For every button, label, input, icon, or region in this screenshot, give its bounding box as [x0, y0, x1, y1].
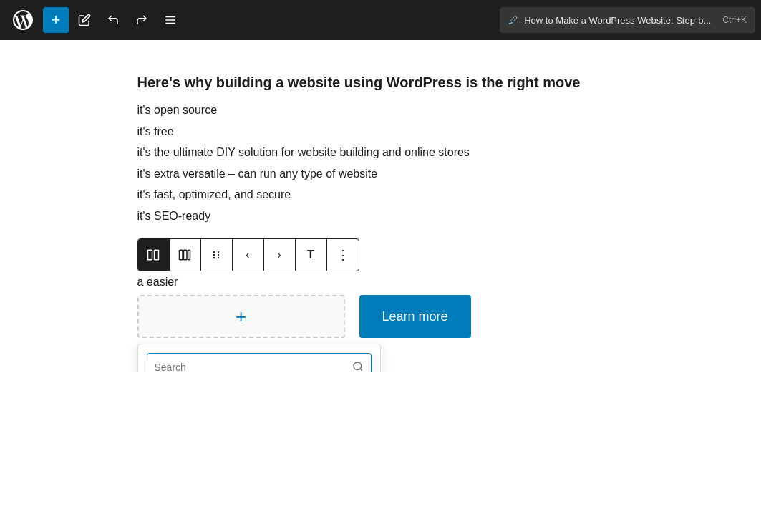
- svg-point-14: [354, 362, 362, 370]
- pencil-icon: [78, 14, 91, 26]
- list-item: it's SEO-ready: [137, 205, 624, 227]
- redo-icon: [135, 14, 148, 26]
- drag-handle[interactable]: [201, 239, 233, 271]
- svg-point-8: [213, 251, 215, 252]
- redo-button[interactable]: [129, 7, 155, 33]
- svg-rect-6: [184, 250, 188, 260]
- search-input[interactable]: [155, 362, 352, 372]
- list-view-button[interactable]: [157, 7, 183, 33]
- svg-rect-7: [188, 250, 190, 260]
- wp-logo: [6, 0, 40, 40]
- block-inserter-popup: ParagraphHeadingColumnsImageListButtons …: [137, 344, 381, 372]
- columns-row: + Learn more: [137, 295, 624, 338]
- partial-text: a easier: [137, 271, 624, 293]
- columns-icon: [147, 248, 160, 261]
- move-left-button[interactable]: ‹: [233, 239, 264, 271]
- text-icon: T: [307, 248, 314, 261]
- editor-area: Here's why building a website using Word…: [94, 40, 667, 372]
- inner-columns-button[interactable]: [170, 239, 201, 271]
- address-bar-text: How to Make a WordPress Website: Step-b.…: [524, 15, 711, 26]
- undo-button[interactable]: [100, 7, 126, 33]
- list-view-icon: [164, 14, 177, 26]
- content-list: it's open sourceit's freeit's the ultima…: [137, 100, 624, 227]
- list-item: it's open source: [137, 100, 624, 121]
- add-block-button[interactable]: +: [137, 295, 345, 338]
- content-heading: Here's why building a website using Word…: [137, 74, 624, 91]
- undo-icon: [107, 14, 120, 26]
- svg-point-12: [213, 256, 215, 258]
- svg-point-10: [213, 253, 215, 255]
- address-bar-shortcut: Ctrl+K: [722, 15, 747, 25]
- more-options-icon: ⋮: [336, 247, 349, 263]
- svg-point-13: [218, 256, 219, 258]
- more-options-button[interactable]: ⋮: [327, 239, 359, 271]
- add-block-toolbar-button[interactable]: +: [43, 7, 69, 33]
- address-bar-icon: 🖊: [508, 14, 518, 26]
- address-bar[interactable]: 🖊 How to Make a WordPress Website: Step-…: [500, 7, 755, 33]
- list-item: it's fast, optimized, and secure: [137, 184, 624, 205]
- move-right-button[interactable]: ›: [264, 239, 296, 271]
- search-icon: [352, 361, 364, 373]
- learn-more-button[interactable]: Learn more: [359, 295, 471, 338]
- wordpress-logo-icon: [13, 10, 33, 30]
- list-item: it's the ultimate DIY solution for websi…: [137, 142, 624, 163]
- search-input-wrap[interactable]: [147, 353, 372, 372]
- toolbar-and-content: ‹ › T ⋮ a easier + Learn more: [137, 238, 624, 339]
- list-item: it's extra versatile – can run any type …: [137, 163, 624, 185]
- text-transform-button[interactable]: T: [296, 239, 327, 271]
- svg-rect-5: [180, 250, 183, 260]
- svg-point-9: [218, 251, 219, 252]
- svg-line-15: [360, 369, 362, 371]
- edit-button[interactable]: [72, 7, 97, 33]
- columns-view-button[interactable]: [138, 239, 170, 271]
- list-item: it's free: [137, 121, 624, 142]
- drag-icon: [210, 249, 222, 261]
- block-toolbar: ‹ › T ⋮: [137, 238, 359, 271]
- add-block-plus-icon: +: [236, 306, 246, 328]
- search-container: [138, 344, 380, 372]
- svg-rect-3: [148, 250, 152, 260]
- svg-rect-4: [155, 250, 159, 260]
- inner-columns-icon: [178, 248, 191, 261]
- svg-point-11: [218, 253, 219, 255]
- main-toolbar: + 🖊 How to Make a WordPress Website: Ste…: [0, 0, 761, 40]
